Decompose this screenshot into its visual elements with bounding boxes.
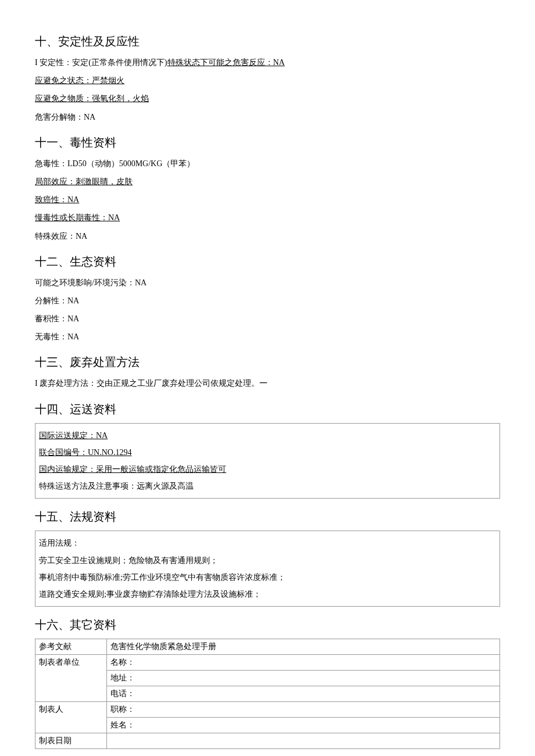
- section-16-heading: 十六、其它资料: [35, 617, 500, 633]
- s10-line1-prefix: I 安定性：安定(正常条件使用情况下): [35, 58, 167, 67]
- ref-value: 危害性化学物质紧急处理手册: [107, 639, 500, 655]
- s11-line1: 急毒性：LD50（动物）5000MG/KG（甲苯）: [35, 156, 500, 171]
- s10-line1: I 安定性：安定(正常条件使用情况下)特殊状态下可能之危害反应：NA: [35, 55, 500, 70]
- addr-label: 地址：: [107, 671, 500, 686]
- date-value: [107, 733, 500, 749]
- s13-line1: I 废弃处理方法：交由正规之工业厂废弃处理公司依规定处理。一: [35, 376, 500, 390]
- s11-line3: 致癌性：NA: [35, 192, 500, 207]
- s11-line2: 局部效应：刺激眼睛，皮肤: [35, 174, 500, 189]
- s10-line1-under: 特殊状态下可能之危害反应：NA: [167, 58, 285, 67]
- s12-line3: 蓄积性：NA: [35, 311, 500, 326]
- s14-line2: 联合国编号：UN.NO.1294: [39, 445, 496, 460]
- section-10-heading: 十、安定性及反应性: [35, 34, 500, 49]
- s10-line2: 应避免之状态：严禁烟火: [35, 73, 500, 88]
- section-13-body: I 废弃处理方法：交由正规之工业厂废弃处理公司依规定处理。一: [35, 376, 500, 390]
- maker-label: 制表人: [35, 702, 107, 733]
- table-row: 制表者单位 名称：: [35, 655, 500, 671]
- section-10-body: I 安定性：安定(正常条件使用情况下)特殊状态下可能之危害反应：NA 应避免之状…: [35, 55, 500, 124]
- s15-line2: 劳工安全卫生设施规则；危险物及有害通用规则；: [39, 553, 496, 568]
- table-row: 参考文献 危害性化学物质紧急处理手册: [35, 639, 500, 655]
- section-14-heading: 十四、运送资料: [35, 402, 500, 417]
- section-13-heading: 十三、废弃处置方法: [35, 354, 500, 370]
- ref-label: 参考文献: [35, 639, 107, 655]
- s14-line4: 特殊运送方法及注意事项：远离火源及高温: [39, 479, 496, 493]
- date-label: 制表日期: [35, 733, 107, 749]
- section-11-heading: 十一、毒性资料: [35, 135, 500, 151]
- s11-line5: 特殊效应：NA: [35, 229, 500, 243]
- tel-label: 电话：: [107, 686, 500, 702]
- s12-line2: 分解性：NA: [35, 293, 500, 308]
- s15-line4: 道路交通安全规则;事业废弃物贮存清除处理方法及设施标准；: [39, 587, 496, 601]
- s10-line4: 危害分解物：NA: [35, 110, 500, 124]
- s12-line1: 可能之环境影响/环境污染：NA: [35, 275, 500, 290]
- s14-line1: 国际运送规定：NA: [39, 428, 496, 443]
- section-15-heading: 十五、法规资料: [35, 509, 500, 525]
- title-label: 职称：: [107, 702, 500, 718]
- table-row: 制表日期: [35, 733, 500, 749]
- maker-unit-label: 制表者单位: [35, 655, 107, 702]
- section-15-box: 适用法规： 劳工安全卫生设施规则；危险物及有害通用规则； 事机溶剂中毒预防标准;…: [35, 531, 500, 607]
- s10-line3: 应避免之物质：强氧化剂，火焰: [35, 91, 500, 106]
- s15-line3: 事机溶剂中毒预防标准;劳工作业环境空气中有害物质容许浓度标准；: [39, 570, 496, 585]
- name-label: 名称：: [107, 655, 500, 671]
- section-16-table: 参考文献 危害性化学物质紧急处理手册 制表者单位 名称： 地址： 电话： 制表人…: [35, 639, 500, 749]
- table-row: 制表人 职称：: [35, 702, 500, 718]
- section-14-box: 国际运送规定：NA 联合国编号：UN.NO.1294 国内运输规定：采用一般运输…: [35, 423, 500, 499]
- person-name-label: 姓名：: [107, 718, 500, 733]
- section-11-body: 急毒性：LD50（动物）5000MG/KG（甲苯） 局部效应：刺激眼睛，皮肤 致…: [35, 156, 500, 243]
- section-12-body: 可能之环境影响/环境污染：NA 分解性：NA 蓄积性：NA 无毒性：NA: [35, 275, 500, 345]
- section-12-heading: 十二、生态资料: [35, 254, 500, 270]
- s14-line3: 国内运输规定：采用一般运输或指定化危品运输皆可: [39, 462, 496, 476]
- s12-line4: 无毒性：NA: [35, 329, 500, 344]
- s15-line1: 适用法规：: [39, 536, 496, 550]
- s11-line4: 慢毒性或长期毒性：NA: [35, 210, 500, 225]
